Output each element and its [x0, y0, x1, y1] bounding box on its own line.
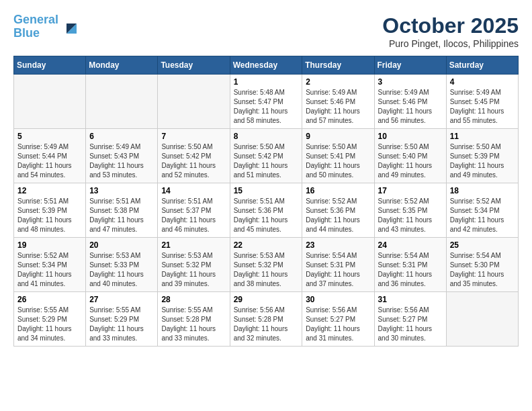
calendar-cell: 15Sunrise: 5:51 AM Sunset: 5:36 PM Dayli… — [230, 183, 302, 238]
day-info: Sunrise: 5:56 AM Sunset: 5:28 PM Dayligh… — [234, 306, 299, 343]
day-number: 15 — [234, 186, 299, 195]
calendar-cell: 5Sunrise: 5:49 AM Sunset: 5:44 PM Daylig… — [14, 129, 86, 183]
calendar-cell: 9Sunrise: 5:50 AM Sunset: 5:41 PM Daylig… — [302, 129, 374, 183]
day-number: 30 — [306, 295, 370, 304]
calendar-cell: 31Sunrise: 5:56 AM Sunset: 5:27 PM Dayli… — [374, 292, 446, 347]
day-number: 2 — [306, 77, 370, 87]
location-subtitle: Puro Pinget, Ilocos, Philippines — [382, 38, 519, 49]
calendar-cell — [158, 75, 230, 129]
day-number: 26 — [17, 295, 82, 304]
calendar-cell: 3Sunrise: 5:49 AM Sunset: 5:46 PM Daylig… — [374, 75, 446, 129]
weekday-header-tuesday: Tuesday — [158, 56, 230, 75]
calendar-body: 1Sunrise: 5:48 AM Sunset: 5:47 PM Daylig… — [14, 75, 519, 347]
calendar-cell: 16Sunrise: 5:52 AM Sunset: 5:36 PM Dayli… — [302, 183, 374, 238]
logo-text: General Blue — [13, 13, 58, 40]
calendar-cell: 18Sunrise: 5:52 AM Sunset: 5:34 PM Dayli… — [446, 183, 518, 238]
day-info: Sunrise: 5:55 AM Sunset: 5:29 PM Dayligh… — [89, 306, 154, 343]
weekday-header-monday: Monday — [86, 56, 158, 75]
calendar-cell: 10Sunrise: 5:50 AM Sunset: 5:40 PM Dayli… — [374, 129, 446, 183]
title-block: October 2025 Puro Pinget, Ilocos, Philip… — [382, 13, 519, 49]
calendar-cell: 26Sunrise: 5:55 AM Sunset: 5:29 PM Dayli… — [14, 292, 86, 347]
calendar-week-1: 5Sunrise: 5:49 AM Sunset: 5:44 PM Daylig… — [14, 129, 519, 183]
weekday-header-sunday: Sunday — [14, 56, 86, 75]
day-info: Sunrise: 5:50 AM Sunset: 5:41 PM Dayligh… — [306, 142, 370, 180]
day-number: 9 — [306, 132, 370, 141]
page-header: General Blue October 2025 Puro Pinget, I… — [13, 13, 519, 49]
calendar-week-4: 26Sunrise: 5:55 AM Sunset: 5:29 PM Dayli… — [14, 292, 519, 347]
day-number: 25 — [450, 240, 515, 250]
day-info: Sunrise: 5:50 AM Sunset: 5:40 PM Dayligh… — [378, 142, 443, 180]
day-info: Sunrise: 5:54 AM Sunset: 5:31 PM Dayligh… — [378, 251, 443, 289]
calendar-cell: 25Sunrise: 5:54 AM Sunset: 5:30 PM Dayli… — [446, 238, 518, 292]
weekday-header-saturday: Saturday — [446, 56, 518, 75]
calendar-cell: 29Sunrise: 5:56 AM Sunset: 5:28 PM Dayli… — [230, 292, 302, 347]
day-info: Sunrise: 5:48 AM Sunset: 5:47 PM Dayligh… — [234, 88, 299, 126]
calendar-cell: 11Sunrise: 5:50 AM Sunset: 5:39 PM Dayli… — [446, 129, 518, 183]
day-info: Sunrise: 5:52 AM Sunset: 5:34 PM Dayligh… — [17, 251, 82, 289]
day-number: 19 — [17, 240, 82, 250]
day-info: Sunrise: 5:50 AM Sunset: 5:42 PM Dayligh… — [234, 142, 299, 180]
calendar-cell — [14, 75, 86, 129]
calendar-cell: 7Sunrise: 5:50 AM Sunset: 5:42 PM Daylig… — [158, 129, 230, 183]
day-info: Sunrise: 5:49 AM Sunset: 5:46 PM Dayligh… — [306, 88, 370, 126]
day-number: 11 — [450, 132, 515, 141]
day-number: 20 — [89, 240, 154, 250]
calendar-cell: 12Sunrise: 5:51 AM Sunset: 5:39 PM Dayli… — [14, 183, 86, 238]
logo: General Blue — [13, 13, 80, 40]
calendar-week-2: 12Sunrise: 5:51 AM Sunset: 5:39 PM Dayli… — [14, 183, 519, 238]
day-info: Sunrise: 5:49 AM Sunset: 5:45 PM Dayligh… — [450, 88, 515, 126]
logo-line1: General — [13, 13, 58, 26]
logo-line2: Blue — [13, 26, 40, 40]
day-info: Sunrise: 5:55 AM Sunset: 5:28 PM Dayligh… — [161, 306, 226, 343]
weekday-header-thursday: Thursday — [302, 56, 374, 75]
day-number: 16 — [306, 186, 370, 195]
day-number: 4 — [450, 77, 515, 87]
day-info: Sunrise: 5:53 AM Sunset: 5:32 PM Dayligh… — [161, 251, 226, 289]
day-info: Sunrise: 5:52 AM Sunset: 5:35 PM Dayligh… — [378, 197, 443, 234]
calendar-cell: 20Sunrise: 5:53 AM Sunset: 5:33 PM Dayli… — [86, 238, 158, 292]
calendar-cell: 27Sunrise: 5:55 AM Sunset: 5:29 PM Dayli… — [86, 292, 158, 347]
calendar-cell: 13Sunrise: 5:51 AM Sunset: 5:38 PM Dayli… — [86, 183, 158, 238]
calendar-cell: 2Sunrise: 5:49 AM Sunset: 5:46 PM Daylig… — [302, 75, 374, 129]
day-number: 23 — [306, 240, 370, 250]
day-info: Sunrise: 5:54 AM Sunset: 5:31 PM Dayligh… — [306, 251, 370, 289]
day-number: 8 — [234, 132, 299, 141]
day-number: 18 — [450, 186, 515, 195]
month-title: October 2025 — [382, 13, 519, 38]
calendar-cell: 24Sunrise: 5:54 AM Sunset: 5:31 PM Dayli… — [374, 238, 446, 292]
day-number: 27 — [89, 295, 154, 304]
day-number: 21 — [161, 240, 226, 250]
day-number: 3 — [378, 77, 443, 87]
day-number: 14 — [161, 186, 226, 195]
day-number: 1 — [234, 77, 299, 87]
day-number: 6 — [89, 132, 154, 141]
day-info: Sunrise: 5:50 AM Sunset: 5:42 PM Dayligh… — [161, 142, 226, 180]
calendar-week-0: 1Sunrise: 5:48 AM Sunset: 5:47 PM Daylig… — [14, 75, 519, 129]
day-info: Sunrise: 5:49 AM Sunset: 5:46 PM Dayligh… — [378, 88, 443, 126]
day-info: Sunrise: 5:49 AM Sunset: 5:44 PM Dayligh… — [17, 142, 82, 180]
day-info: Sunrise: 5:54 AM Sunset: 5:30 PM Dayligh… — [450, 251, 515, 289]
calendar-cell: 28Sunrise: 5:55 AM Sunset: 5:28 PM Dayli… — [158, 292, 230, 347]
day-number: 12 — [17, 186, 82, 195]
day-info: Sunrise: 5:51 AM Sunset: 5:37 PM Dayligh… — [161, 197, 226, 234]
day-info: Sunrise: 5:49 AM Sunset: 5:43 PM Dayligh… — [89, 142, 154, 180]
day-number: 22 — [234, 240, 299, 250]
day-info: Sunrise: 5:50 AM Sunset: 5:39 PM Dayligh… — [450, 142, 515, 180]
day-info: Sunrise: 5:51 AM Sunset: 5:36 PM Dayligh… — [234, 197, 299, 234]
calendar-cell: 8Sunrise: 5:50 AM Sunset: 5:42 PM Daylig… — [230, 129, 302, 183]
calendar-cell: 14Sunrise: 5:51 AM Sunset: 5:37 PM Dayli… — [158, 183, 230, 238]
logo-icon — [60, 17, 80, 37]
day-number: 17 — [378, 186, 443, 195]
calendar-cell: 4Sunrise: 5:49 AM Sunset: 5:45 PM Daylig… — [446, 75, 518, 129]
day-number: 13 — [89, 186, 154, 195]
weekday-header-friday: Friday — [374, 56, 446, 75]
calendar-week-3: 19Sunrise: 5:52 AM Sunset: 5:34 PM Dayli… — [14, 238, 519, 292]
calendar-cell: 21Sunrise: 5:53 AM Sunset: 5:32 PM Dayli… — [158, 238, 230, 292]
day-info: Sunrise: 5:51 AM Sunset: 5:39 PM Dayligh… — [17, 197, 82, 234]
weekday-header-wednesday: Wednesday — [230, 56, 302, 75]
weekday-header-row: SundayMondayTuesdayWednesdayThursdayFrid… — [14, 56, 519, 75]
calendar-cell: 6Sunrise: 5:49 AM Sunset: 5:43 PM Daylig… — [86, 129, 158, 183]
day-info: Sunrise: 5:53 AM Sunset: 5:32 PM Dayligh… — [234, 251, 299, 289]
day-number: 7 — [161, 132, 226, 141]
calendar-header: SundayMondayTuesdayWednesdayThursdayFrid… — [14, 56, 519, 75]
